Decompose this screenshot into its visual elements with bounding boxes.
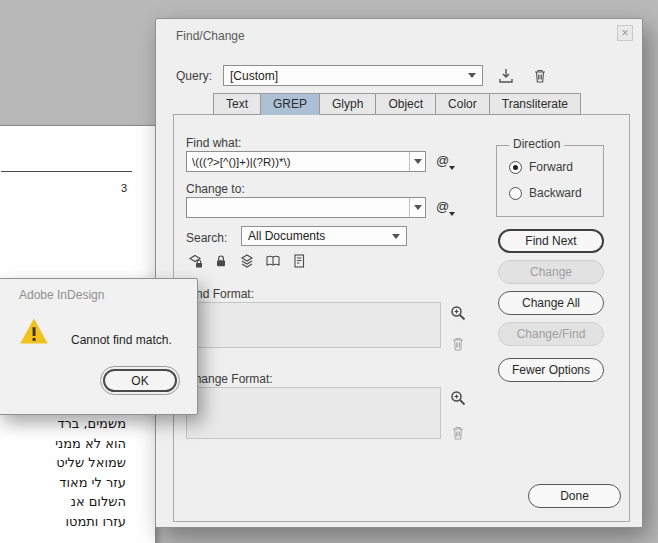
document-text-line: עזר לי מאוד [55,473,126,493]
change-to-field [186,197,426,218]
change-all-button[interactable]: Change All [498,291,604,315]
chevron-down-icon [414,159,422,164]
magnifier-plus-icon [449,389,467,407]
document-text-line: עזרו ותמטו [55,512,126,532]
change-find-button: Change/Find [498,322,604,346]
query-dropdown[interactable]: [Custom] [223,65,483,86]
alert-title: Adobe InDesign [19,288,104,302]
tab-object[interactable]: Object [376,93,436,115]
chevron-down-icon [449,212,455,216]
backward-label: Backward [529,186,582,200]
tab-color[interactable]: Color [436,93,490,115]
find-what-input[interactable] [187,152,409,171]
ok-button[interactable]: OK [103,369,177,392]
close-icon[interactable]: × [617,25,633,41]
direction-backward-option[interactable]: Backward [509,186,582,200]
alert-message: Cannot find match. [71,333,172,347]
find-next-button[interactable]: Find Next [498,229,604,253]
at-menu-icon: @ [436,199,449,214]
save-query-icon [498,68,514,84]
done-button[interactable]: Done [528,484,621,508]
direction-legend: Direction [509,137,564,151]
desktop: 3 משמים, ברד הוא לא ממני שמואל שליט עזר … [0,0,658,543]
radio-backward[interactable] [509,187,522,200]
include-locked-layers-button[interactable] [186,252,204,270]
find-special-characters-button[interactable]: @ [433,152,457,172]
chevron-down-icon [468,73,476,78]
trash-icon [450,425,466,441]
include-locked-layers-icon [187,253,203,269]
change-format-label: Change Format: [186,372,273,386]
find-change-dialog: Find/Change × Query: [Custom] Text GREP … [155,18,643,528]
tab-glyph[interactable]: Glyph [320,93,376,115]
document-text-line: שמואל שליט [55,453,126,473]
clear-find-format-button [449,335,467,353]
radio-forward[interactable] [509,161,522,174]
chevron-down-icon [449,166,455,170]
change-button: Change [498,260,604,284]
search-scope-value: All Documents [248,229,325,243]
tab-transliterate[interactable]: Transliterate [490,93,581,115]
open-book-icon [265,253,281,269]
warning-icon [19,317,49,345]
fewer-options-button[interactable]: Fewer Options [498,358,604,382]
at-menu-icon: @ [436,153,449,168]
search-scope-toggles [186,252,308,270]
document-text-line: השלום אנ [55,492,126,512]
document-text-block: משמים, ברד הוא לא ממני שמואל שליט עזר לי… [55,414,126,531]
chevron-down-icon [414,205,422,210]
chevron-down-icon [392,234,400,239]
change-to-history-button[interactable] [409,198,425,217]
delete-query-button[interactable] [530,66,550,86]
specify-find-attributes-button[interactable] [448,303,468,323]
page-marker-text: 3 [121,182,127,194]
include-footnotes-button[interactable] [290,252,308,270]
text-frame-rule [1,171,132,172]
change-special-characters-button[interactable]: @ [433,198,457,218]
lock-icon [213,253,229,269]
clear-change-format-button [449,424,467,442]
mode-tabs: Text GREP Glyph Object Color Translitera… [213,93,581,115]
change-to-input[interactable] [187,198,409,217]
find-format-box [186,302,441,348]
change-to-label: Change to: [186,182,245,196]
tab-grep[interactable]: GREP [261,93,320,115]
direction-forward-option[interactable]: Forward [509,160,573,174]
change-format-box [186,387,441,439]
include-locked-stories-button[interactable] [212,252,230,270]
query-value: [Custom] [230,69,278,83]
trash-icon [450,336,466,352]
query-label: Query: [176,69,212,83]
specify-change-attributes-button[interactable] [448,388,468,408]
include-hidden-layers-button[interactable] [238,252,256,270]
save-query-button[interactable] [496,66,516,86]
direction-group: Direction Forward Backward [496,145,604,217]
include-master-pages-button[interactable] [264,252,282,270]
alert-dialog: Adobe InDesign Cannot find match. OK [0,278,198,415]
search-label: Search: [186,231,227,245]
search-scope-dropdown[interactable]: All Documents [241,226,407,246]
magnifier-plus-icon [449,304,467,322]
footnote-page-icon [291,253,307,269]
document-text-line: הוא לא ממני [55,434,126,454]
find-what-label: Find what: [186,136,241,150]
trash-icon [532,68,548,84]
find-what-history-button[interactable] [409,152,425,171]
forward-label: Forward [529,160,573,174]
dialog-title: Find/Change [176,29,245,43]
document-text-line: משמים, ברד [55,414,126,434]
find-what-field [186,151,426,172]
tab-text[interactable]: Text [213,93,261,115]
layers-icon [239,253,255,269]
